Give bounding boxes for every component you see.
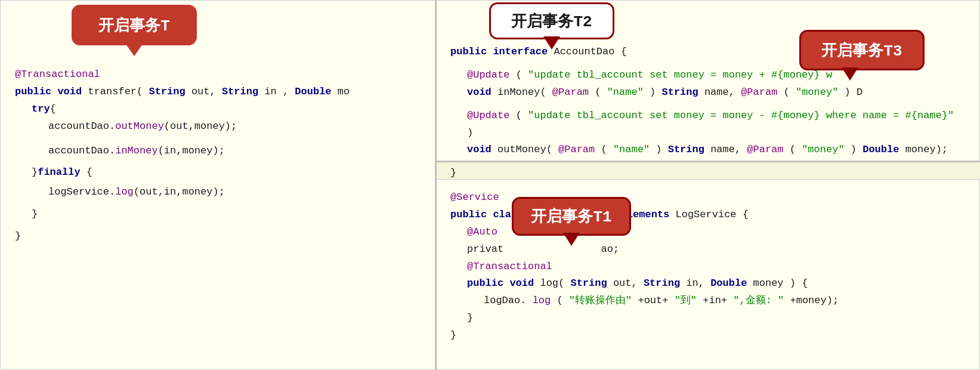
class-closing: } xyxy=(450,327,965,344)
log-dao-call: logDao. log ( "转账操作由" +out+ "到" +in+ ",金… xyxy=(450,292,965,310)
bubble-kaiqishiwu-t3: 开启事务T3 xyxy=(799,30,925,70)
log-method-sig: public void log( String out, String in, … xyxy=(450,275,965,292)
update-annotation2: @Update ( "update tbl_account set money … xyxy=(450,107,965,142)
horizontal-divider xyxy=(435,161,980,162)
finally-block: }finally { xyxy=(15,164,421,181)
bubble-kaiqishiwu-t: 开启事务T xyxy=(72,5,197,45)
bubble-kaiqishiwu-t2: 开启事务T2 xyxy=(489,2,614,39)
out-money-call: accountDao.outMoney(out,money); xyxy=(15,118,421,135)
method-closing: } xyxy=(15,228,421,245)
out-money-sig: void outMoney( @Param ( "name" ) String … xyxy=(450,141,965,159)
transactional-annotation: @Transactional xyxy=(15,66,421,84)
transfer-sig: public void transfer( String out, String… xyxy=(15,84,421,101)
bubble-kaiqishiwu-t1: 开启事务T1 xyxy=(512,197,631,236)
log-call: logService.log(out,in,money); xyxy=(15,184,421,201)
in-money-call: accountDao.inMoney(in,money); xyxy=(15,143,421,160)
private-field: privat ______________ ao; xyxy=(450,241,965,258)
log-method-closing: } xyxy=(450,310,965,327)
finally-closing: } xyxy=(15,206,421,223)
in-money-sig: void inMoney( @Param ( "name" ) String n… xyxy=(450,84,965,101)
try-block: try{ xyxy=(15,101,421,118)
transactional-annotation2: @Transactional xyxy=(450,258,965,276)
left-code-panel: @Transactional public void transfer( Str… xyxy=(0,0,435,370)
vertical-divider xyxy=(435,0,437,370)
